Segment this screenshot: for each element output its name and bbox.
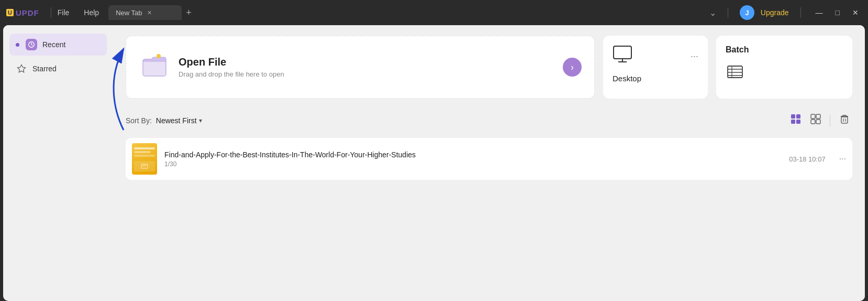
tab-add-icon[interactable]: + (186, 7, 192, 18)
trash-button[interactable] (837, 111, 852, 130)
divider-1 (51, 7, 51, 18)
sidebar-item-starred[interactable]: Starred (9, 58, 107, 80)
grid-view-button[interactable] (788, 111, 804, 130)
menu-file[interactable]: File (57, 6, 71, 19)
sort-arrow-icon: ▾ (199, 117, 202, 124)
file-pages: 1/30 (164, 160, 782, 168)
open-file-text: Open File Drag and drop the file here to… (179, 56, 284, 78)
svg-rect-14 (796, 114, 800, 119)
dropdown-icon[interactable]: ⌄ (709, 8, 716, 18)
desktop-label: Desktop (613, 74, 698, 83)
open-file-arrow-button[interactable]: › (563, 58, 582, 77)
top-cards: Open File Drag and drop the file here to… (126, 36, 852, 99)
tab-label: New Tab (116, 9, 142, 17)
file-more-icon[interactable]: ··· (839, 154, 846, 164)
file-name: Find-and-Apply-For-the-Best-Institutes-I… (164, 150, 782, 159)
file-item[interactable]: Find-and-Apply-For-the-Best-Institutes-I… (126, 138, 852, 180)
menu-bar: File Help (57, 6, 100, 19)
sort-label: Sort By: (126, 116, 152, 125)
active-dot (16, 43, 19, 47)
close-button[interactable]: ✕ (849, 7, 862, 18)
content-area: Open File Drag and drop the file here to… (113, 25, 865, 301)
open-file-subtitle: Drag and drop the file here to open (179, 70, 284, 78)
batch-title: Batch (726, 45, 843, 55)
svg-marker-1 (18, 65, 26, 72)
sidebar-item-recent[interactable]: Recent (9, 34, 107, 56)
list-view-button[interactable] (808, 111, 824, 130)
tab-close-icon[interactable]: × (147, 8, 153, 17)
desktop-icon (613, 45, 632, 68)
svg-point-4 (157, 54, 161, 58)
titlebar-right: ⌄ J Upgrade — □ ✕ (709, 5, 862, 20)
svg-rect-18 (816, 114, 820, 119)
desktop-card-header: ··· (613, 45, 698, 68)
new-tab[interactable]: New Tab × (108, 5, 182, 20)
sort-select[interactable]: Newest First ▾ (156, 116, 202, 125)
logo-text: UPDF (16, 8, 39, 17)
svg-rect-21 (841, 117, 848, 123)
starred-icon (16, 63, 27, 74)
sort-bar: Sort By: Newest First ▾ (126, 111, 852, 130)
recent-label: Recent (42, 40, 65, 49)
svg-rect-13 (791, 114, 795, 119)
file-info: Find-and-Apply-For-the-Best-Institutes-I… (164, 150, 782, 168)
view-divider (830, 115, 830, 126)
open-file-title: Open File (179, 56, 284, 68)
open-file-icon (141, 51, 168, 83)
sort-value: Newest First (156, 116, 197, 125)
svg-rect-16 (796, 120, 800, 124)
sidebar: Recent Starred (3, 25, 113, 90)
desktop-more-icon[interactable]: ··· (691, 51, 698, 62)
svg-rect-19 (811, 120, 815, 124)
file-date: 03-18 10:07 (789, 155, 825, 163)
svg-rect-15 (791, 120, 795, 124)
batch-icon (726, 66, 744, 84)
titlebar: U UPDF File Help New Tab × + ⌄ J Upgrade… (0, 0, 868, 25)
avatar: J (740, 5, 754, 20)
starred-label: Starred (32, 64, 57, 73)
divider-3 (800, 7, 801, 18)
tab-bar: New Tab × + (108, 5, 709, 20)
file-thumbnail (132, 143, 157, 175)
menu-help[interactable]: Help (83, 6, 100, 19)
svg-rect-3 (143, 59, 166, 76)
maximize-button[interactable]: □ (832, 7, 843, 18)
desktop-card[interactable]: ··· Desktop (603, 36, 708, 99)
open-file-card[interactable]: Open File Drag and drop the file here to… (126, 36, 595, 99)
app-logo: U UPDF (6, 8, 39, 17)
main-container: Recent Starred (3, 25, 865, 301)
batch-card[interactable]: Batch (716, 36, 852, 99)
upgrade-button[interactable]: Upgrade (761, 8, 789, 17)
svg-rect-20 (816, 120, 820, 124)
svg-rect-5 (614, 46, 631, 59)
logo-box: U (6, 9, 14, 16)
minimize-button[interactable]: — (813, 7, 826, 18)
recent-icon (26, 39, 37, 50)
divider-2 (728, 7, 728, 18)
svg-rect-17 (811, 114, 815, 119)
